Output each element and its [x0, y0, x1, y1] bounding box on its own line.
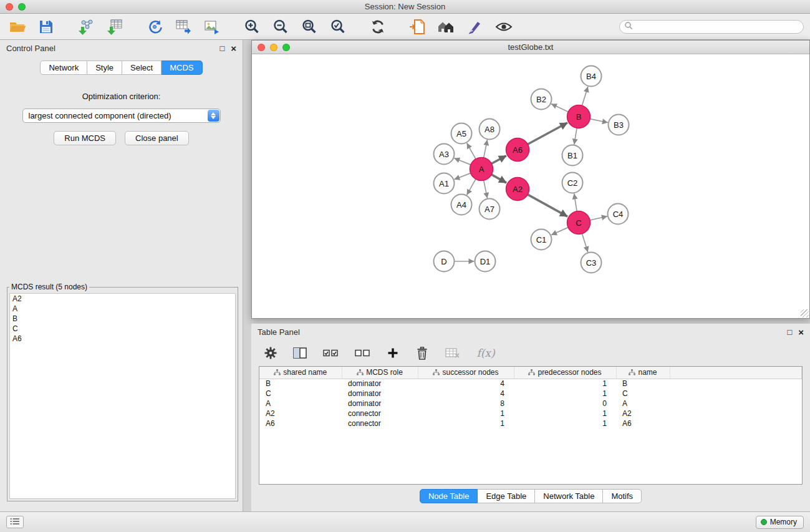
new-table-button[interactable] [172, 16, 195, 37]
table-cell[interactable]: 1 [514, 409, 616, 418]
import-network-button[interactable] [75, 16, 97, 37]
table-cell[interactable]: A6 [259, 418, 342, 428]
close-table-panel-icon[interactable]: × [798, 327, 804, 337]
node-A5[interactable]: A5 [451, 123, 472, 144]
table-cell[interactable]: 1 [514, 389, 616, 399]
criterion-dropdown[interactable]: largest connected component (directed) [22, 109, 221, 123]
edge-B-B1[interactable] [574, 128, 577, 144]
node-A8[interactable]: A8 [480, 119, 500, 140]
tab-node-table[interactable]: Node Table [420, 489, 478, 503]
node-A7[interactable]: A7 [480, 199, 500, 220]
table-cell[interactable]: 1 [418, 418, 514, 428]
table-cell[interactable]: 4 [418, 379, 514, 389]
table-cell[interactable]: B [259, 379, 342, 389]
delete-column-button[interactable] [414, 342, 430, 364]
node-D1[interactable]: D1 [475, 251, 496, 272]
table-cell[interactable]: 8 [418, 399, 514, 409]
table-cell[interactable]: 0 [514, 399, 616, 409]
table-cell[interactable]: dominator [342, 389, 418, 399]
mcds-result-item[interactable]: A6 [10, 334, 235, 344]
network-canvas[interactable]: AA1A2A3A4A5A6A7A8BB1B2B3B4CC1C2C3C4DD1 [252, 54, 809, 318]
edge-A-A3[interactable] [454, 158, 471, 165]
table-row[interactable]: Bdominator41B [259, 379, 802, 389]
column-header-successor-nodes[interactable]: successor nodes [418, 367, 514, 379]
edge-C-C2[interactable] [574, 193, 577, 211]
edge-C-C1[interactable] [551, 228, 568, 235]
table-cell[interactable]: B [616, 379, 670, 389]
table-cell[interactable]: dominator [342, 399, 418, 409]
edge-A-A8[interactable] [484, 140, 488, 158]
node-B2[interactable]: B2 [531, 89, 552, 110]
node-B1[interactable]: B1 [562, 145, 583, 166]
zoom-in-button[interactable] [241, 16, 263, 37]
edge-A6-B[interactable] [528, 123, 567, 144]
network-window-titlebar[interactable]: testGlobe.txt [252, 41, 809, 54]
column-header-name[interactable]: name [616, 367, 670, 379]
table-cell[interactable]: A2 [616, 409, 670, 418]
network-graph[interactable]: AA1A2A3A4A5A6A7A8BB1B2B3B4CC1C2C3C4DD1 [252, 54, 809, 318]
edge-C-C4[interactable] [590, 216, 607, 220]
open-session-button[interactable] [6, 16, 29, 37]
node-B3[interactable]: B3 [609, 115, 629, 135]
table-cell[interactable]: 4 [418, 389, 514, 399]
close-panel-button[interactable]: Close panel [125, 131, 189, 145]
float-table-panel-icon[interactable]: □ [787, 327, 792, 337]
node-C[interactable]: C [567, 211, 591, 235]
eye-button[interactable] [493, 16, 515, 37]
node-D[interactable]: D [434, 251, 455, 272]
edge-A2-C[interactable] [528, 195, 567, 216]
function-builder-button[interactable]: f(x) [475, 342, 496, 364]
mcds-result-item[interactable]: C [10, 324, 235, 334]
import-table-button[interactable] [104, 16, 126, 37]
node-C4[interactable]: C4 [608, 204, 629, 225]
node-table-container[interactable]: shared nameMCDS rolesuccessor nodesprede… [259, 366, 803, 485]
select-all-button[interactable] [321, 342, 340, 364]
tab-network-table[interactable]: Network Table [535, 489, 603, 503]
export-image-button[interactable] [201, 16, 223, 37]
tab-motifs[interactable]: Motifs [603, 489, 642, 503]
table-cell[interactable]: A [616, 399, 670, 409]
resize-grip[interactable] [801, 309, 809, 317]
open-network-file-button[interactable] [407, 16, 429, 37]
save-session-button[interactable] [35, 16, 57, 37]
mcds-result-list[interactable]: A2ABCA6 [9, 293, 236, 499]
table-row[interactable]: Adominator80A [259, 399, 802, 409]
table-cell[interactable]: C [259, 389, 342, 399]
tab-style[interactable]: Style [87, 60, 122, 75]
zoom-fit-button[interactable] [298, 16, 321, 37]
home-button[interactable] [435, 16, 458, 37]
table-row[interactable]: A2connector11A2 [259, 409, 802, 418]
table-cell[interactable]: 1 [514, 379, 616, 389]
edge-A-A5[interactable] [467, 143, 476, 159]
tab-network[interactable]: Network [40, 60, 87, 75]
table-cell[interactable]: 1 [418, 409, 514, 418]
table-cell[interactable]: C [616, 389, 670, 399]
node-A[interactable]: A [470, 158, 493, 181]
edge-B-B3[interactable] [590, 119, 608, 123]
column-layout-button[interactable] [292, 342, 308, 364]
table-cell[interactable]: A [259, 399, 342, 409]
table-settings-button[interactable] [263, 342, 279, 364]
tab-edge-table[interactable]: Edge Table [478, 489, 535, 503]
table-row[interactable]: Cdominator41C [259, 389, 802, 399]
table-row[interactable]: A6connector11A6 [259, 418, 802, 428]
node-C1[interactable]: C1 [531, 230, 552, 250]
refresh-button[interactable] [367, 16, 389, 37]
search-input[interactable] [633, 22, 803, 31]
add-column-button[interactable] [385, 342, 401, 364]
run-mcds-button[interactable]: Run MCDS [54, 131, 116, 145]
table-cell[interactable]: connector [342, 418, 418, 428]
table-cell[interactable]: dominator [342, 379, 418, 389]
node-B4[interactable]: B4 [581, 66, 602, 87]
edge-A-A4[interactable] [467, 179, 476, 195]
table-cell[interactable]: connector [342, 409, 418, 418]
edge-C-C3[interactable] [582, 234, 588, 253]
zoom-out-button[interactable] [269, 16, 292, 37]
close-panel-icon[interactable]: × [231, 43, 236, 54]
mcds-result-item[interactable]: A [10, 304, 235, 314]
node-A3[interactable]: A3 [434, 144, 455, 165]
delete-table-button[interactable] [443, 342, 462, 364]
node-A6[interactable]: A6 [506, 138, 529, 162]
column-header-MCDS-role[interactable]: MCDS role [342, 367, 418, 379]
new-network-button[interactable] [143, 16, 166, 37]
